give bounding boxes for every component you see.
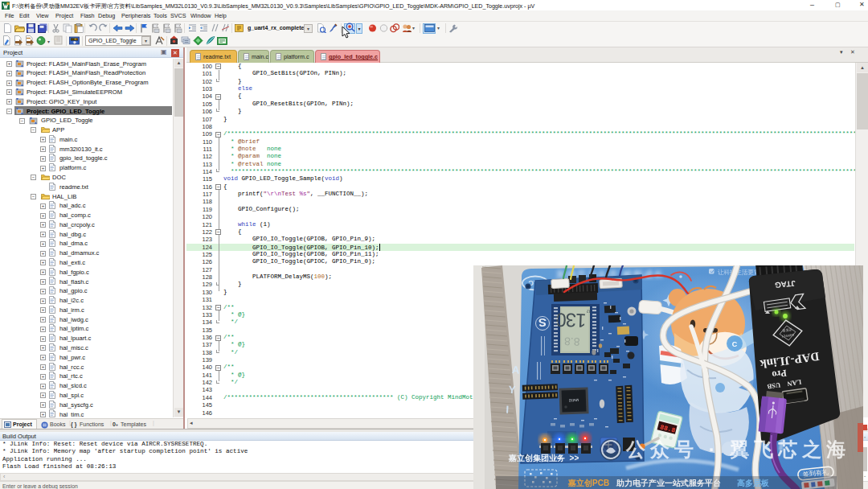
svg-text:LOAD: LOAD bbox=[71, 38, 78, 41]
